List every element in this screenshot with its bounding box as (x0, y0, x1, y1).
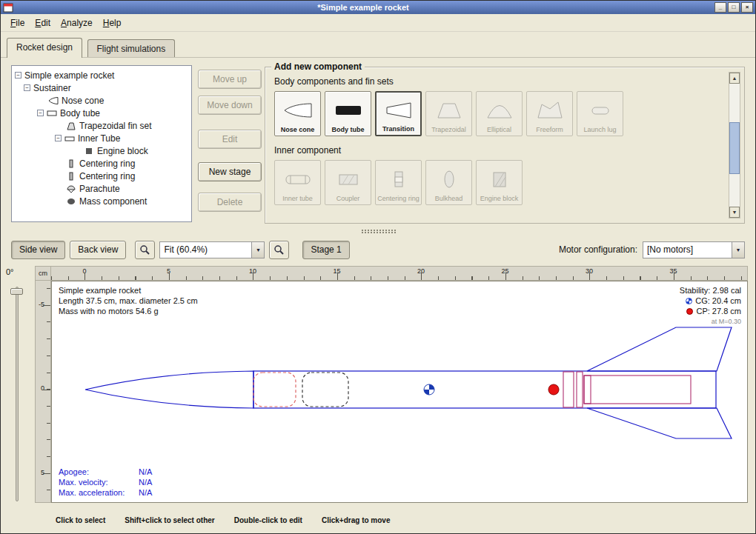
cg-value: CG: 20.4 cm (695, 296, 741, 306)
cp-legend-icon (686, 308, 693, 315)
add-bulkhead-button: Bulkhead (425, 160, 472, 205)
view-toolbar: Side view Back view Fit (60.4%) ▼ Stage … (11, 239, 745, 260)
menu-analyze[interactable]: Analyze (56, 16, 98, 30)
zoom-in-button[interactable] (269, 241, 289, 259)
splitter-grip-icon[interactable] (362, 230, 396, 233)
transition-icon (384, 95, 414, 125)
add-body-tube-button[interactable]: Body tube (325, 91, 371, 136)
window-icon[interactable] (3, 3, 13, 13)
tab-rocket-design[interactable]: Rocket design (7, 38, 82, 58)
inner-tube-shape[interactable] (584, 376, 691, 404)
velocity-value: N/A (139, 477, 152, 487)
tree-item-centering-ring-2[interactable]: Centering ring (12, 170, 191, 182)
fin-set-icon (66, 121, 76, 130)
add-component-title: Add new component (271, 61, 365, 72)
collapse-icon[interactable]: − (37, 110, 44, 116)
back-view-button[interactable]: Back view (70, 241, 126, 259)
zoom-out-button[interactable] (135, 241, 155, 259)
side-view-button[interactable]: Side view (11, 241, 65, 259)
tree-item-fin-set[interactable]: Trapezoidal fin set (12, 119, 191, 132)
tab-flight-simulations[interactable]: Flight simulations (87, 39, 176, 57)
stage1-toggle-button[interactable]: Stage 1 (302, 241, 349, 259)
scrollbar-thumb[interactable] (729, 122, 740, 175)
panel-splitter[interactable] (1, 227, 755, 236)
engine-block-shape[interactable] (584, 376, 591, 404)
scroll-down-icon[interactable]: ▼ (729, 207, 740, 218)
tree-item-inner-tube[interactable]: − Inner Tube (12, 132, 191, 144)
new-stage-button[interactable]: New stage (198, 162, 262, 181)
chevron-down-icon[interactable]: ▼ (732, 242, 744, 258)
chevron-down-icon[interactable]: ▼ (251, 242, 264, 258)
titlebar[interactable]: *Simple example rocket _ □ × (1, 1, 755, 14)
collapse-icon[interactable]: − (55, 135, 62, 141)
component-tree: − Simple example rocket − Sustainer Nose… (11, 65, 192, 222)
tree-item-nose-cone[interactable]: Nose cone (12, 94, 191, 107)
add-nose-cone-button[interactable]: Nose cone (274, 91, 321, 136)
scroll-up-icon[interactable]: ▲ (729, 73, 740, 84)
tree-item-rocket[interactable]: − Simple example rocket (12, 69, 191, 81)
motor-configuration-combo[interactable]: [No motors] ▼ (643, 241, 745, 258)
rocket-canvas[interactable]: Simple example rocket Length 37.5 cm, ma… (51, 281, 748, 503)
tree-item-sustainer[interactable]: − Sustainer (12, 81, 191, 94)
rotation-slider[interactable] (16, 287, 19, 501)
body-tube-icon (47, 109, 57, 118)
inner-tube-icon (64, 134, 75, 143)
menu-file[interactable]: File (5, 16, 30, 30)
minimize-button[interactable]: _ (714, 2, 726, 13)
rotation-slider-handle[interactable] (10, 288, 23, 295)
lower-fin-shape[interactable] (587, 408, 732, 438)
mass-component-shape[interactable] (302, 373, 348, 407)
collapse-icon[interactable]: − (15, 72, 21, 79)
tab-bar: Rocket design Flight simulations (1, 32, 755, 57)
horizontal-ruler: 0 5 10 15 20 25 30 35 (51, 266, 748, 281)
centering-ring-shape[interactable] (563, 372, 574, 407)
engine-block-icon (84, 147, 94, 156)
centering-ring-icon (384, 163, 414, 195)
cg-marker (424, 384, 434, 395)
acceleration-value: N/A (139, 487, 152, 498)
centering-ring-icon (66, 159, 76, 168)
move-down-button: Move down (198, 96, 262, 115)
tree-item-engine-block[interactable]: Engine block (12, 144, 191, 157)
add-engine-block-button: Engine block (476, 160, 523, 205)
component-panel-scrollbar[interactable]: ▲ ▼ (729, 72, 740, 218)
maximize-button[interactable]: □ (728, 2, 740, 13)
tree-item-centering-ring-1[interactable]: Centering ring (12, 157, 191, 170)
hint-click-drag: Click+drag to move (322, 516, 391, 524)
edit-button: Edit (198, 130, 262, 149)
add-freeform-fin-button: Freeform (526, 91, 573, 136)
motor-configuration-label: Motor configuration: (559, 244, 637, 255)
upper-fin-shape[interactable] (587, 327, 732, 371)
menu-edit[interactable]: Edit (30, 16, 56, 30)
centering-ring-icon (66, 172, 76, 181)
menu-help[interactable]: Help (98, 16, 127, 30)
body-tube-shape[interactable] (253, 371, 716, 408)
ruler-unit-label: cm (35, 266, 51, 281)
menubar: File Edit Analyze Help (1, 14, 755, 32)
tree-action-buttons: Move up Move down Edit New stage Delete (198, 70, 262, 212)
parachute-shape[interactable] (253, 373, 296, 407)
nose-cone-shape[interactable] (85, 371, 253, 408)
add-transition-button[interactable]: Transition (375, 91, 422, 136)
rotation-angle-label: 0° (6, 267, 14, 276)
stability-value: Stability: 2.98 cal (680, 285, 741, 296)
application-window: *Simple example rocket _ □ × File Edit A… (0, 0, 756, 534)
tree-item-parachute[interactable]: Parachute (12, 182, 191, 195)
centering-ring-shape[interactable] (577, 372, 583, 407)
cg-legend-icon (686, 298, 692, 304)
rocket-dimensions: Length 37.5 cm, max. diameter 2.5 cm (59, 296, 198, 306)
parachute-icon (66, 184, 76, 193)
inner-tube-icon (283, 163, 313, 195)
close-button[interactable]: × (741, 2, 753, 13)
flight-info: Apogee:N/A Max. velocity:N/A Max. accele… (59, 467, 152, 498)
elliptical-fin-icon (485, 94, 514, 126)
rocket-figure-area: 0° cm 0 5 10 15 20 25 30 35 -5 0 5 (1, 266, 755, 512)
tree-item-mass-component[interactable]: Mass component (12, 195, 191, 207)
vertical-ruler: -5 0 5 (35, 281, 51, 503)
zoom-combo[interactable]: Fit (60.4%) ▼ (159, 241, 265, 258)
inner-component-buttons: Inner tube Coupler Centering ring Bulkhe… (274, 160, 744, 205)
add-coupler-button: Coupler (325, 160, 371, 205)
collapse-icon[interactable]: − (24, 84, 30, 91)
magnifier-icon (273, 244, 285, 256)
tree-item-body-tube[interactable]: − Body tube (12, 107, 191, 119)
